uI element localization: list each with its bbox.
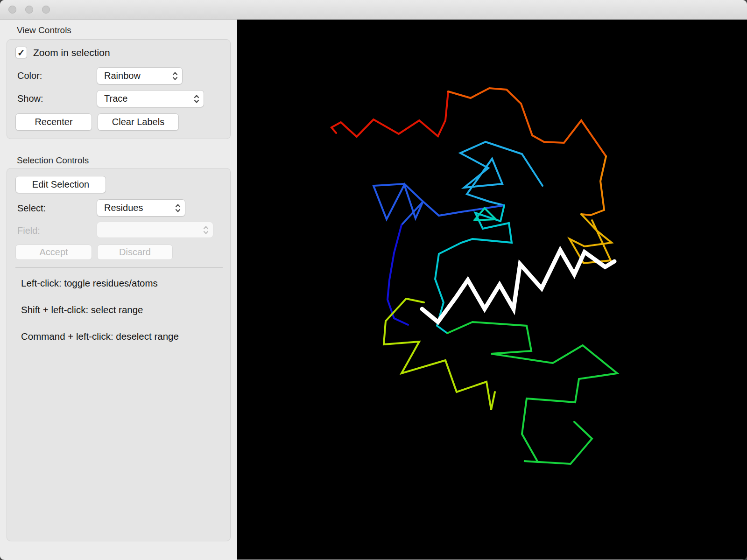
trace-segment-lightblue-cluster[interactable] [460,142,543,205]
trace-segment-darkblue-strand[interactable] [388,225,408,325]
minimize-button[interactable] [25,6,33,14]
select-dropdown-value: Residues [104,203,143,213]
sidebar: View Controls ✓ Zoom in selection Color:… [0,20,237,560]
help-line-command-click: Command + left-click: deselect range [21,331,179,342]
app-window: View Controls ✓ Zoom in selection Color:… [0,0,747,560]
edit-selection-button[interactable]: Edit Selection [15,176,106,193]
zoom-in-selection-checkbox[interactable]: ✓ [15,47,27,58]
show-dropdown[interactable]: Trace [97,90,204,107]
help-line-left-click: Left-click: toggle residues/atoms [21,278,158,289]
close-button[interactable] [8,6,16,14]
show-dropdown-value: Trace [104,93,127,104]
trace-segment-blue-cluster[interactable] [374,184,504,225]
accept-button: Accept [15,245,92,260]
field-label: Field: [17,225,40,236]
stepper-updown-icon [202,224,210,236]
help-line-shift-click: Shift + left-click: select range [21,304,143,315]
divider [15,267,223,268]
zoom-in-selection-label: Zoom in selection [33,47,110,58]
checkmark-icon: ✓ [17,47,25,58]
color-label: Color: [17,70,42,81]
trace-segment-orange-red-top[interactable] [448,88,606,156]
select-dropdown[interactable]: Residues [97,199,185,217]
window-content: View Controls ✓ Zoom in selection Color:… [0,20,747,560]
select-label: Select: [17,203,46,214]
recenter-button[interactable]: Recenter [15,113,92,131]
view-controls-label: View Controls [17,25,71,35]
zoom-in-selection-row: ✓ Zoom in selection [15,47,110,58]
selection-controls-group: Edit Selection Select: Residues Field: [7,168,231,541]
stepper-updown-icon [171,70,179,82]
trace-segment-green-cterm[interactable] [447,322,617,464]
titlebar [0,0,747,20]
show-label: Show: [17,93,43,104]
field-dropdown [97,222,213,238]
trace-segment-selected-helix[interactable] [422,250,614,322]
stepper-updown-icon [174,203,182,214]
molecule-viewport[interactable] [237,20,747,560]
zoom-button[interactable] [42,6,50,14]
trace-segment-orange-right[interactable] [581,156,606,215]
trace-segment-red-nterm[interactable] [331,91,448,137]
stepper-updown-icon [193,93,200,105]
clear-labels-button[interactable]: Clear Labels [98,113,179,131]
color-dropdown-value: Rainbow [104,70,141,81]
discard-button: Discard [97,245,173,260]
protein-trace [237,20,747,560]
selection-controls-label: Selection Controls [17,155,89,166]
view-controls-group: ✓ Zoom in selection Color: Rainbow Show: [7,39,231,139]
trace-segment-cyan-cluster[interactable] [435,205,512,333]
color-dropdown[interactable]: Rainbow [97,67,183,84]
